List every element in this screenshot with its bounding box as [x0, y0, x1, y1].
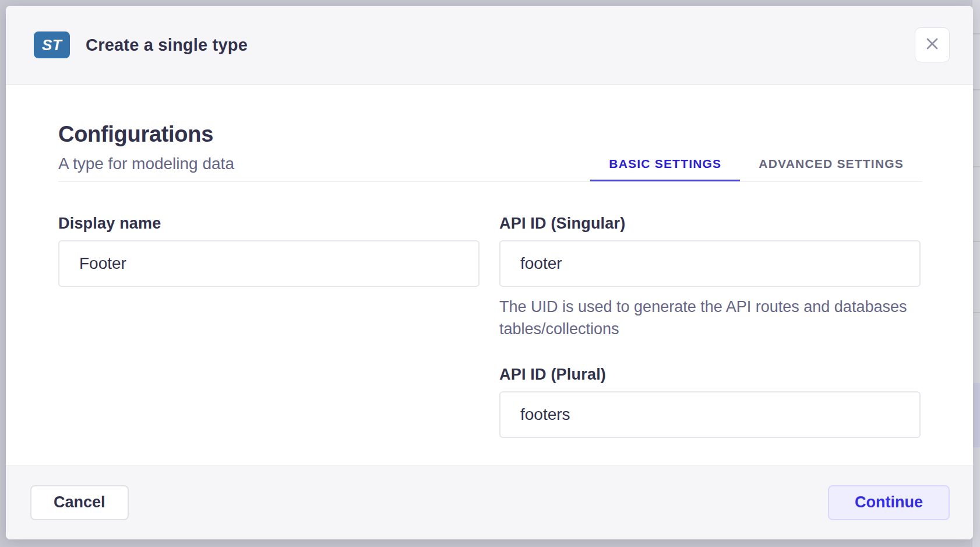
close-button[interactable]: [915, 27, 950, 62]
form-left-column: Display name: [58, 215, 480, 438]
modal-footer: Cancel Continue: [6, 465, 973, 539]
modal-body: Configurations A type for modeling data …: [6, 85, 973, 465]
create-single-type-modal: ST Create a single type Configurations A…: [6, 6, 973, 539]
tab-advanced-settings[interactable]: ADVANCED SETTINGS: [740, 157, 922, 181]
backdrop-line: [972, 89, 980, 90]
page-subtitle: A type for modeling data: [58, 155, 234, 173]
backdrop-line: [972, 312, 980, 313]
display-name-field: Display name: [58, 215, 480, 287]
backdrop-line: [972, 166, 980, 167]
modal-header: ST Create a single type: [6, 6, 973, 85]
backdrop-band: [972, 383, 980, 447]
backdrop-line: [972, 33, 980, 34]
heading-block: Configurations A type for modeling data: [58, 122, 234, 181]
settings-tabs: BASIC SETTINGS ADVANCED SETTINGS: [590, 157, 922, 181]
display-name-label: Display name: [58, 215, 480, 233]
close-icon: [924, 36, 940, 54]
tab-basic-settings[interactable]: BASIC SETTINGS: [590, 157, 740, 181]
backdrop: [972, 0, 980, 547]
modal-title: Create a single type: [86, 36, 248, 55]
api-id-plural-input[interactable]: [499, 391, 921, 438]
configurations-header-row: Configurations A type for modeling data …: [58, 85, 922, 182]
backdrop-line: [972, 241, 980, 242]
continue-button[interactable]: Continue: [828, 485, 950, 520]
api-id-singular-field: API ID (Singular) The UID is used to gen…: [499, 215, 921, 340]
api-id-plural-label: API ID (Plural): [499, 366, 921, 384]
api-id-singular-input[interactable]: [499, 240, 921, 287]
api-id-singular-label: API ID (Singular): [499, 215, 921, 233]
display-name-input[interactable]: [58, 240, 480, 287]
single-type-badge-icon: ST: [34, 31, 70, 58]
configuration-form: Display name API ID (Singular) The UID i…: [58, 215, 922, 438]
page-title: Configurations: [58, 122, 234, 147]
api-id-plural-field: API ID (Plural): [499, 366, 921, 438]
cancel-button[interactable]: Cancel: [30, 485, 129, 520]
form-right-column: API ID (Singular) The UID is used to gen…: [499, 215, 921, 438]
api-id-singular-hint: The UID is used to generate the API rout…: [499, 296, 907, 340]
modal-header-left: ST Create a single type: [34, 31, 248, 58]
